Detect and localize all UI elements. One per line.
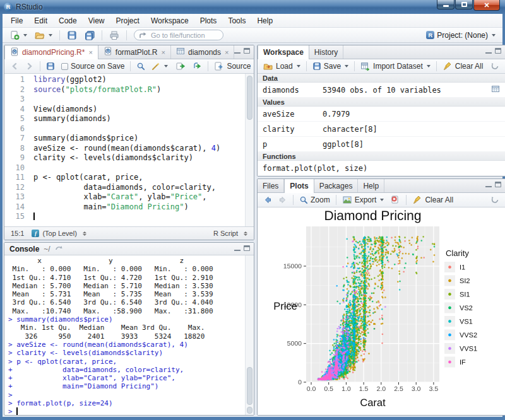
pane-min-icon[interactable] [485,52,492,54]
dropdown-caret-icon [427,65,431,67]
editor-tab-formatplotr[interactable]: RformatPlot.R× [98,45,171,59]
clear-all-label: Clear All [455,62,484,71]
plots-tabstrip: FilesPlotsPackagesHelp [258,179,505,193]
file-type-selector[interactable]: R Script [213,230,247,237]
goto-file-input[interactable]: Go to file/function [134,30,223,40]
open-file-button[interactable] [32,30,55,41]
nav-back-button[interactable] [8,61,21,71]
line-number: 4 [4,105,25,115]
save-workspace-button[interactable]: Save [310,61,351,71]
workspace-object-row[interactable]: format.plot(plot, size) [258,161,505,176]
menu-file[interactable]: File [5,15,28,27]
menu-workspace[interactable]: Workspace [145,15,194,27]
find-replace-button[interactable] [134,61,148,71]
code-token: ) [216,144,220,153]
close-button[interactable]: ✕ [473,0,500,11]
code-editor[interactable]: library(ggplot2)source("plots/formatPlot… [30,74,245,226]
run-button[interactable] [173,61,188,72]
zoom-plot-button[interactable]: Zoom [297,195,333,205]
workspace-object-row[interactable]: claritycharacter[8] [258,122,505,137]
scope-selector[interactable]: f (Top Level) [32,230,86,237]
nav-forward-button[interactable] [23,61,37,71]
console-input-area[interactable]: x y z Min. : 0.000 Min. : 0.000 Min. : 0… [4,255,245,415]
console-header: Console ~/ [4,243,254,255]
working-dir-icon[interactable] [55,245,64,254]
plots-tab-plots[interactable]: Plots [284,179,314,193]
tab-label: Plots [290,182,308,190]
menu-tools[interactable]: Tools [222,15,251,27]
source-button[interactable]: Source [211,61,254,72]
new-file-button[interactable] [7,30,30,41]
scrollbar-down-button[interactable] [247,407,252,414]
code-line [33,124,245,134]
clear-plots-button[interactable]: Clear All [410,194,456,206]
nav-forward-icon [25,62,34,71]
plots-tab-packages[interactable]: Packages [314,179,359,192]
source-on-save-label: Source on Save [71,62,124,71]
remove-plot-button[interactable] [388,194,403,206]
maximize-button[interactable] [455,0,473,9]
code-token: "Price" [170,192,203,201]
console-scrollbar[interactable] [245,255,254,415]
save-label: Save [324,62,341,71]
data-table-icon[interactable] [491,85,500,95]
workspace-tab-history[interactable]: History [309,45,343,59]
previous-plot-button[interactable] [261,195,275,205]
menu-project[interactable]: Project [110,15,145,27]
plots-tab-files[interactable]: Files [258,179,284,192]
minimize-button[interactable] [437,0,454,9]
pane-max-icon[interactable] [244,48,250,54]
menu-plots[interactable]: Plots [194,15,223,27]
editor-scrollbar[interactable] [245,74,254,226]
project-menu-button[interactable]: R Project: (None) [424,30,498,40]
workspace-object-list: Datadiamonds53940 obs. of 10 variablesVa… [258,74,505,176]
workspace-object-row[interactable]: diamonds53940 obs. of 10 variables [258,83,505,98]
code-tools-button[interactable] [149,61,170,71]
menu-edit[interactable]: Edit [28,15,53,27]
editor-tab-diamonds[interactable]: diamonds× [171,45,234,59]
pane-min-icon[interactable] [485,185,492,187]
dropdown-caret-icon [380,199,384,201]
pane-min-icon[interactable] [234,52,241,54]
load-workspace-button[interactable]: Load [261,61,303,72]
close-tab-icon[interactable]: × [162,49,165,56]
workspace-object-row[interactable]: aveSize0.7979 [258,107,505,122]
close-tab-icon[interactable]: × [225,49,229,56]
scrollbar-thumb[interactable] [247,76,252,120]
editor-save-button[interactable] [44,61,57,71]
workspace-tab-workspace[interactable]: Workspace [258,45,309,59]
scrollbar-thumb[interactable] [247,367,252,405]
import-dataset-icon [360,61,371,71]
refresh-workspace-button[interactable] [488,61,502,71]
code-token: data=diamonds, color=clarity, [33,183,216,192]
updown-icon [244,231,247,236]
import-dataset-button[interactable]: Import Dataset [358,61,433,72]
print-button[interactable] [107,30,122,41]
pane-max-icon[interactable] [495,48,501,54]
save-all-button[interactable] [82,30,97,41]
pane-max-icon[interactable] [244,245,250,251]
code-token: summary(diamonds) [33,114,111,123]
next-plot-button[interactable] [276,195,290,205]
dropdown-caret-icon [49,34,52,37]
close-tab-icon[interactable]: × [88,49,92,56]
tab-label: Files [263,182,278,190]
menu-code[interactable]: Code [53,15,83,27]
workspace-object-row[interactable]: pggplot[8] [258,137,505,152]
pane-max-icon[interactable] [495,182,501,187]
minimize-icon [443,5,449,7]
editor-tab-diamondpricingr[interactable]: RdiamondPricing.R*× [4,45,98,59]
plots-tab-help[interactable]: Help [358,179,384,192]
menu-help[interactable]: Help [251,15,278,27]
source-on-save-checkbox[interactable]: Source on Save [59,61,127,71]
refresh-plot-button[interactable] [488,195,502,205]
menu-view[interactable]: View [83,15,110,27]
clear-workspace-button[interactable]: Clear All [440,61,486,72]
rerun-button[interactable] [189,61,205,72]
code-line: library(ggplot2) [33,75,245,85]
left-column: RdiamondPricing.R*×RformatPlot.R×diamond… [4,45,254,416]
pane-min-icon[interactable] [234,249,241,251]
export-plot-button[interactable]: Export [340,194,387,206]
save-button[interactable] [64,30,80,41]
code-token: (ggplot2) [66,75,107,84]
